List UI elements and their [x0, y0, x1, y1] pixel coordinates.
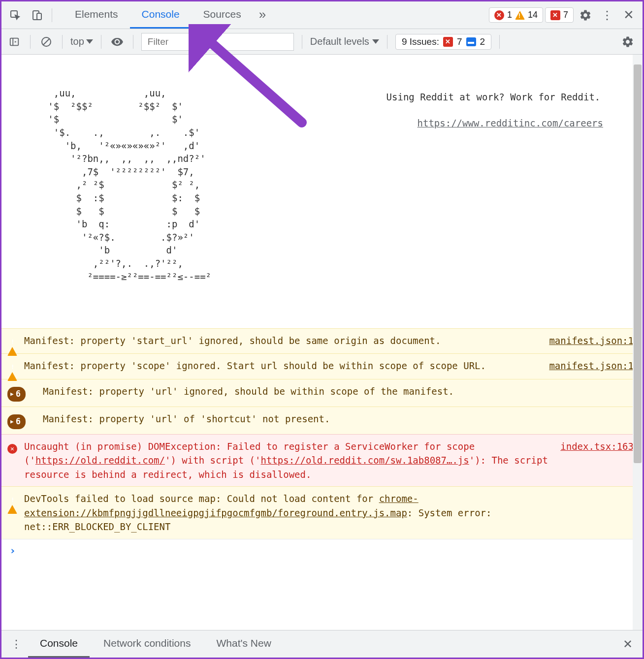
divider: [302, 35, 302, 49]
tab-elements[interactable]: Elements: [63, 1, 130, 29]
reddit-careers-link[interactable]: https://www.redditinc.com/careers: [418, 118, 604, 128]
log-warning-row: Manifest: property 'start_url' ignored, …: [1, 328, 643, 354]
error-warning-counts[interactable]: ✕ 1 14: [489, 7, 543, 23]
levels-label: Default levels: [310, 36, 369, 47]
message-count: 7: [563, 10, 568, 20]
issues-error-count: 7: [457, 36, 462, 47]
close-icon[interactable]: ✕: [619, 5, 639, 25]
log-levels-selector[interactable]: Default levels: [310, 36, 379, 47]
reddit-msg-line1: Using Reddit at work? Work for Reddit.: [384, 91, 603, 104]
warning-icon: [7, 494, 17, 514]
source-link[interactable]: manifest.json:1: [549, 359, 634, 374]
error-icon: ✕: [443, 37, 453, 47]
error-icon: ✕: [7, 444, 17, 454]
issues-button[interactable]: 9 Issues: ✕ 7 ▬ 2: [395, 34, 491, 50]
log-warning-row: 6 Manifest: property 'url' of 'shortcut'…: [1, 407, 643, 434]
prompt-arrow-icon: ›: [9, 544, 16, 557]
message-icon: ▬: [466, 37, 476, 46]
error-icon: ✕: [494, 10, 504, 20]
console-body: ,uu, ,uu, '$ ²$$² ²$$² $' '$ $' '$. ., ,…: [1, 55, 643, 630]
divider: [133, 35, 133, 49]
repeat-count-badge[interactable]: 6: [7, 387, 26, 402]
hidden-messages-count[interactable]: ✕ 7: [545, 7, 574, 23]
script-link[interactable]: https://old.reddit.com/sw.1ab8087….js: [260, 455, 469, 466]
svg-rect-2: [37, 13, 41, 20]
log-error-row: ✕ Uncaught (in promise) DOMException: Fa…: [1, 434, 643, 487]
tab-more[interactable]: »: [253, 1, 272, 29]
source-link[interactable]: index.tsx:163: [560, 439, 634, 482]
chevron-down-icon: [372, 39, 379, 44]
log-warning-row: Manifest: property 'scope' ignored. Star…: [1, 353, 643, 379]
ascii-art-log: ,uu, ,uu, '$ ²$$² ²$$² $' '$ $' '$. ., ,…: [1, 55, 643, 328]
svg-line-6: [43, 39, 49, 45]
divider: [52, 8, 52, 22]
issues-label: 9 Issues:: [402, 36, 439, 47]
tab-console[interactable]: Console: [130, 1, 192, 29]
inspect-element-icon[interactable]: [5, 5, 25, 25]
reddit-careers-message: Using Reddit at work? Work for Reddit. h…: [384, 64, 603, 143]
scope-link[interactable]: https://old.reddit.com/: [35, 455, 165, 466]
filter-input[interactable]: [141, 33, 294, 51]
sidebar-toggle-icon[interactable]: [6, 34, 22, 50]
drawer-menu-icon[interactable]: ⋮: [6, 634, 26, 654]
console-prompt[interactable]: ›: [1, 539, 643, 562]
log-warning-row: DevTools failed to load source map: Coul…: [1, 486, 643, 539]
warning-icon: [7, 336, 17, 356]
drawer-close-icon[interactable]: ✕: [618, 634, 638, 654]
device-toggle-icon[interactable]: [27, 5, 47, 25]
repeat-count-badge[interactable]: 6: [7, 414, 26, 429]
scrollbar-thumb[interactable]: [634, 64, 642, 463]
log-message: Manifest: property 'url' ignored, should…: [43, 384, 634, 402]
error-icon: ✕: [550, 10, 560, 20]
error-count: 1: [507, 10, 512, 20]
warning-count: 14: [528, 10, 538, 20]
divider: [499, 35, 500, 49]
divider: [30, 35, 31, 49]
drawer-tab-network-conditions[interactable]: Network conditions: [92, 630, 202, 658]
source-link[interactable]: manifest.json:1: [549, 334, 634, 349]
context-label: top: [70, 36, 84, 47]
log-message: DevTools failed to load source map: Coul…: [24, 492, 634, 534]
scrollbar-track[interactable]: [633, 55, 643, 630]
chevron-down-icon: [86, 39, 93, 44]
devtools-top-toolbar: Elements Console Sources » ✕ 1 14 ✕ 7 ⋮ …: [1, 1, 643, 29]
log-message: Uncaught (in promise) DOMException: Fail…: [24, 439, 552, 482]
divider: [101, 35, 101, 49]
svg-rect-3: [10, 38, 19, 45]
tab-sources[interactable]: Sources: [192, 1, 253, 29]
drawer-toolbar: ⋮ Console Network conditions What's New …: [1, 630, 643, 658]
divider: [62, 35, 63, 49]
main-tabs: Elements Console Sources »: [63, 1, 272, 29]
log-message: Manifest: property 'start_url' ignored, …: [24, 334, 541, 349]
issues-msg-count: 2: [480, 36, 485, 47]
warning-icon: [515, 11, 525, 20]
log-message: Manifest: property 'scope' ignored. Star…: [24, 359, 541, 374]
warning-icon: [7, 361, 17, 381]
context-selector[interactable]: top: [70, 36, 93, 47]
log-message: Manifest: property 'url' of 'shortcut' n…: [43, 412, 634, 429]
clear-console-icon[interactable]: [38, 34, 54, 50]
console-toolbar: top Default levels 9 Issues: ✕ 7 ▬ 2: [1, 29, 643, 55]
divider: [387, 35, 387, 49]
live-expression-icon[interactable]: [109, 34, 125, 50]
kebab-menu-icon[interactable]: ⋮: [597, 5, 617, 25]
log-warning-row: 6 Manifest: property 'url' ignored, shou…: [1, 379, 643, 407]
drawer-tab-whats-new[interactable]: What's New: [204, 630, 283, 658]
drawer-tab-console[interactable]: Console: [28, 630, 90, 658]
console-settings-icon[interactable]: [618, 32, 638, 52]
settings-icon[interactable]: [576, 5, 595, 25]
